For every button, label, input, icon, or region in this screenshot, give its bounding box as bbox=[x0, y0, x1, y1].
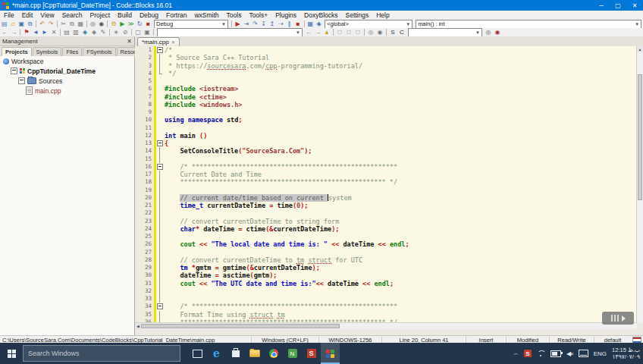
comment-selection-button[interactable]: ∗ bbox=[111, 28, 121, 36]
build-and-run-button[interactable]: ≫ bbox=[127, 20, 135, 28]
clear-bookmarks-button[interactable]: ✕ bbox=[49, 28, 58, 36]
management-close-icon[interactable]: ✕ bbox=[127, 38, 132, 45]
menu-item-build[interactable]: Build bbox=[114, 11, 136, 19]
doxyblocks-config-button[interactable]: ✎ bbox=[99, 28, 108, 36]
code-line-35[interactable]: 35 Format Time using struct tm bbox=[135, 311, 637, 318]
menu-item-plugins[interactable]: Plugins bbox=[271, 11, 300, 19]
zoom-in-button[interactable]: ◉ bbox=[375, 28, 384, 36]
code-line-8[interactable]: 8#include <windows.h> bbox=[135, 101, 637, 108]
close-button[interactable]: ✕ bbox=[626, 0, 643, 11]
tree-expander-icon[interactable] bbox=[11, 67, 17, 74]
store-app-button[interactable] bbox=[226, 343, 245, 364]
tree-item-sources[interactable]: Sources bbox=[0, 76, 134, 86]
skype-tray-icon[interactable]: S bbox=[524, 350, 532, 357]
fold-collapse-icon[interactable] bbox=[157, 47, 163, 53]
search-options-button[interactable]: ◉ bbox=[493, 28, 502, 36]
debug-continue-button[interactable]: ▶ bbox=[234, 20, 242, 28]
doxyblocks-extract-button[interactable]: ▤ bbox=[62, 28, 71, 36]
menu-item-wxsmith[interactable]: wxSmith bbox=[190, 11, 222, 19]
code-line-13[interactable]: 13{ bbox=[135, 140, 637, 147]
symbol-select[interactable]: main() : int▼ bbox=[416, 20, 641, 28]
doxyblocks-input-button[interactable]: ▥ bbox=[71, 28, 80, 36]
code-line-5[interactable]: 5 bbox=[135, 77, 637, 85]
code-line-31[interactable]: 31 cout << "The UTC date and time is:"<<… bbox=[135, 280, 637, 287]
codeblocks-app-button[interactable] bbox=[321, 343, 340, 364]
management-tab-symbols[interactable]: Symbols bbox=[33, 47, 62, 56]
code-line-27[interactable]: 27 bbox=[135, 249, 637, 256]
open-file-button[interactable]: ▱ bbox=[8, 20, 17, 28]
wifi-icon[interactable] bbox=[537, 350, 545, 357]
start-button[interactable] bbox=[0, 343, 23, 364]
fold-margin[interactable] bbox=[156, 163, 163, 171]
horizontal-scrollbar[interactable]: ◀ bbox=[135, 322, 637, 329]
various-info-button[interactable]: ◈ bbox=[315, 20, 323, 28]
maximize-button[interactable]: ▢ bbox=[610, 0, 626, 11]
code-line-24[interactable]: 24 char* dateTime = ctime(&currentDateTi… bbox=[135, 225, 637, 233]
next-bookmark-button[interactable]: ► bbox=[40, 28, 49, 36]
editor-tab-main-cpp[interactable]: *main.cpp × bbox=[137, 37, 180, 46]
code-line-10[interactable]: 10using namespace std; bbox=[135, 116, 637, 124]
volume-muted-icon[interactable]: ◀× bbox=[566, 350, 573, 357]
chrome-app-button[interactable] bbox=[264, 343, 283, 364]
next-line-button[interactable]: ↷ bbox=[251, 20, 259, 28]
code-line-21[interactable]: 21 time_t currentDateTime = time(0); bbox=[135, 202, 637, 209]
tree-expander-icon[interactable] bbox=[18, 77, 25, 84]
menu-item-debug[interactable]: Debug bbox=[136, 11, 162, 19]
next-instruction-button[interactable]: ⇢ bbox=[277, 20, 285, 28]
fold-collapse-icon[interactable] bbox=[157, 303, 163, 309]
break-debugger-button[interactable]: ∥ bbox=[285, 20, 293, 28]
step-out-button[interactable]: ↥ bbox=[268, 20, 276, 28]
undo-button[interactable]: ↶ bbox=[38, 20, 46, 28]
menu-item-project[interactable]: Project bbox=[86, 11, 114, 19]
code-line-4[interactable]: 4 */ bbox=[135, 70, 637, 77]
copy-button[interactable]: ⧉ bbox=[67, 20, 76, 28]
s-app-button[interactable]: S bbox=[302, 343, 321, 364]
prev-bookmark-button[interactable]: ◄ bbox=[31, 28, 40, 36]
search-prev-button[interactable]: ← bbox=[304, 28, 313, 36]
uncomment-selection-button[interactable]: ⊘ bbox=[121, 28, 130, 36]
scope-select[interactable]: <global>▼ bbox=[325, 20, 412, 28]
match-case-button[interactable]: S bbox=[388, 28, 397, 36]
run-button[interactable]: ▶ bbox=[118, 20, 127, 28]
new-file-button[interactable]: ▤ bbox=[0, 20, 8, 28]
code-editor[interactable]: 1/*2 * Source Sara C++ Tutorial3 * https… bbox=[135, 46, 637, 323]
code-line-1[interactable]: 1/* bbox=[135, 46, 637, 54]
step-into-button[interactable]: ↧ bbox=[259, 20, 268, 28]
highlight-occurrences-button[interactable]: ▲ bbox=[322, 28, 331, 36]
wxsmith-resource-button[interactable]: ▢ bbox=[133, 28, 143, 36]
language-indicator[interactable]: ENG bbox=[594, 350, 607, 357]
management-tab-files[interactable]: Files bbox=[62, 47, 82, 56]
fold-margin[interactable] bbox=[156, 303, 163, 310]
nav-forward-button[interactable]: → bbox=[9, 28, 18, 36]
code-line-9[interactable]: 9 bbox=[135, 108, 637, 116]
hidden-icons-chevron[interactable]: ︿ bbox=[513, 350, 519, 357]
select-mode-button[interactable]: □ bbox=[335, 28, 344, 36]
code-line-7[interactable]: 7#include <ctime> bbox=[135, 93, 637, 101]
code-line-25[interactable]: 25 bbox=[135, 233, 637, 240]
build-button[interactable]: ⚙ bbox=[109, 20, 118, 28]
redo-button[interactable]: ↷ bbox=[47, 20, 55, 28]
abort-build-button[interactable]: ■ bbox=[144, 20, 152, 28]
code-line-33[interactable]: 33 bbox=[135, 295, 637, 303]
code-line-29[interactable]: 29 tm *gmtm = gmtime(&currentDateTime); bbox=[135, 264, 637, 271]
taskbar-search-input[interactable]: Search Windows bbox=[23, 345, 180, 362]
fold-margin[interactable] bbox=[156, 140, 163, 147]
zoom-out-button[interactable]: ◎ bbox=[366, 28, 375, 36]
code-line-23[interactable]: 23 // convert currentDateTime to string … bbox=[135, 218, 637, 225]
doxyblocks-chm-button[interactable]: ◈ bbox=[89, 28, 99, 36]
taskbar-clock[interactable]: 12:15 ب.ظ ۱۳۹۷/۰۷/۰۹ bbox=[612, 347, 640, 361]
menu-item-toolsplus[interactable]: Tools+ bbox=[245, 11, 271, 19]
stop-debugger-button[interactable]: ■ bbox=[293, 20, 302, 28]
nav-back-button[interactable]: ← bbox=[0, 28, 9, 36]
menu-item-edit[interactable]: Edit bbox=[18, 11, 37, 19]
code-line-30[interactable]: 30 dateTime = asctime(gmtm); bbox=[135, 271, 637, 279]
edge-app-button[interactable]: e bbox=[207, 343, 226, 364]
incremental-search-select[interactable]: ▼ bbox=[157, 28, 303, 37]
code-line-12[interactable]: 12int main () bbox=[135, 132, 637, 140]
touch-keyboard-icon[interactable] bbox=[579, 350, 588, 357]
code-line-32[interactable]: 32 bbox=[135, 287, 637, 295]
match-inside-comments-button[interactable]: C bbox=[397, 28, 406, 36]
code-line-2[interactable]: 2 * Source Sara C++ Tutorial bbox=[135, 54, 637, 61]
code-line-17[interactable]: 17 Current Date and Time bbox=[135, 171, 637, 178]
wxsmith-dialog-button[interactable]: ▣ bbox=[143, 28, 152, 36]
